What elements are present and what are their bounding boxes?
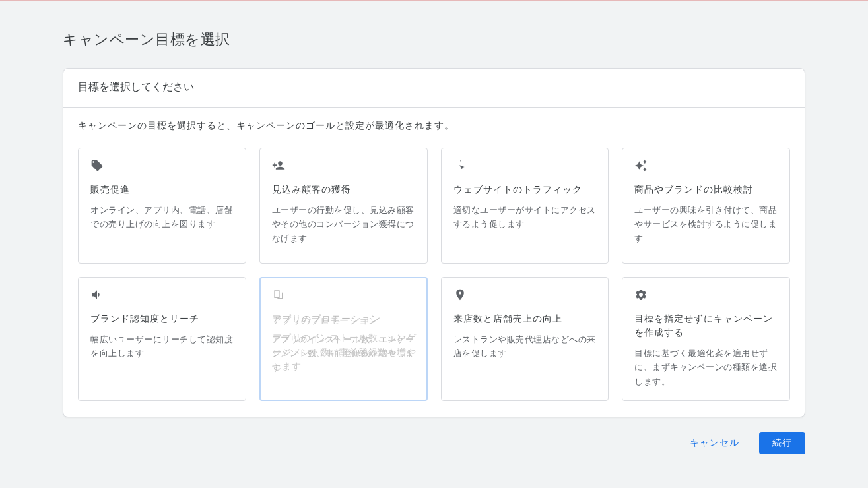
continue-button[interactable]: 続行 bbox=[759, 432, 805, 454]
goal-desc: ユーザーの興味を引き付けて、商品やサービスを検討するように促します bbox=[634, 203, 778, 245]
footer-actions: キャンセル 続行 bbox=[63, 417, 805, 454]
goal-desc: 幅広いユーザーにリーチして認知度を向上します bbox=[90, 332, 234, 361]
goal-title: 販売促進 bbox=[90, 183, 234, 197]
goal-desc: 適切なユーザーがサイトにアクセスするよう促します bbox=[453, 203, 597, 231]
goal-selection-card: 目標を選択してください キャンペーンの目標を選択すると、キャンペーンのゴールと設… bbox=[63, 68, 805, 417]
goal-title: ブランド認知度とリーチ bbox=[90, 312, 234, 326]
goal-title: アプリのプロモーション bbox=[272, 312, 415, 326]
megaphone-icon bbox=[90, 288, 234, 303]
goal-title: 来店数と店舗売上の向上 bbox=[453, 312, 597, 326]
goal-desc: レストランや販売代理店などへの来店を促します bbox=[453, 332, 597, 361]
goal-desc: アプリのインストール数、エンゲージメント数、事前登録数を増やします bbox=[272, 332, 415, 375]
person-plus-icon bbox=[272, 159, 415, 173]
goal-card-traffic[interactable]: ウェブサイトのトラフィック 適切なユーザーがサイトにアクセスするよう促します bbox=[441, 148, 609, 264]
click-icon bbox=[453, 159, 597, 173]
card-header: 目標を選択してください bbox=[63, 69, 805, 108]
goal-desc: ユーザーの行動を促し、見込み顧客やその他のコンバージョン獲得につなげます bbox=[272, 203, 415, 245]
goal-grid: 販売促進 オンライン、アプリ内、電話、店舗での売り上げの向上を図ります 見込み顧… bbox=[78, 148, 790, 401]
gear-icon bbox=[634, 288, 778, 303]
goal-card-sales[interactable]: 販売促進 オンライン、アプリ内、電話、店舗での売り上げの向上を図ります bbox=[78, 148, 246, 264]
cancel-button[interactable]: キャンセル bbox=[677, 432, 752, 454]
goal-desc: 目標に基づく最適化案を適用せずに、まずキャンペーンの種類を選択します。 bbox=[634, 346, 778, 388]
goal-title: 目標を指定せずにキャンペーンを作成する bbox=[634, 312, 778, 340]
tag-icon bbox=[90, 159, 234, 173]
sparkle-icon bbox=[634, 159, 778, 173]
app-icon bbox=[272, 288, 415, 303]
goal-card-app-promotion[interactable]: アプリのプロモーション アプリのインストール数、エンゲージメント数、事前登録数を… bbox=[259, 277, 428, 401]
goal-card-no-goal[interactable]: 目標を指定せずにキャンペーンを作成する 目標に基づく最適化案を適用せずに、まずキ… bbox=[622, 277, 790, 401]
goal-card-awareness[interactable]: ブランド認知度とリーチ 幅広いユーザーにリーチして認知度を向上します bbox=[78, 277, 246, 401]
goal-title: 商品やブランドの比較検討 bbox=[634, 183, 778, 197]
pin-icon bbox=[453, 288, 597, 303]
page-title: キャンペーン目標を選択 bbox=[63, 30, 805, 49]
help-text: キャンペーンの目標を選択すると、キャンペーンのゴールと設定が最適化されます。 bbox=[78, 120, 790, 132]
goal-card-leads[interactable]: 見込み顧客の獲得 ユーザーの行動を促し、見込み顧客やその他のコンバージョン獲得に… bbox=[259, 148, 428, 264]
goal-title: ウェブサイトのトラフィック bbox=[453, 183, 597, 197]
goal-title: 見込み顧客の獲得 bbox=[272, 183, 415, 197]
goal-card-consideration[interactable]: 商品やブランドの比較検討 ユーザーの興味を引き付けて、商品やサービスを検討するよ… bbox=[622, 148, 790, 264]
goal-desc: オンライン、アプリ内、電話、店舗での売り上げの向上を図ります bbox=[90, 203, 234, 231]
goal-card-store-visits[interactable]: 来店数と店舗売上の向上 レストランや販売代理店などへの来店を促します bbox=[441, 277, 609, 401]
